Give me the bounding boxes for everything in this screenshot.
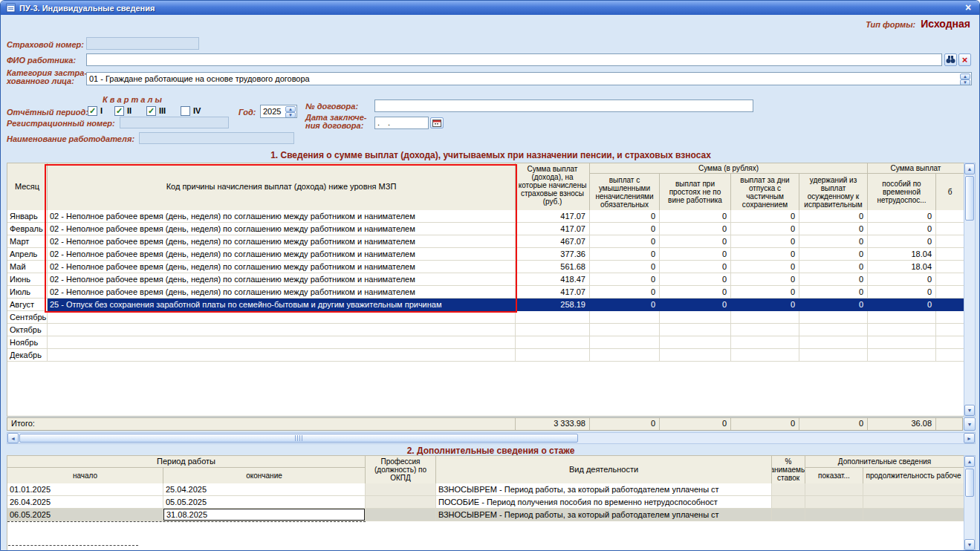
value-cell[interactable]: 0 [590,273,660,286]
value-cell[interactable]: 0 [590,299,660,311]
clear-employee-button[interactable]: × [958,53,971,66]
value-cell[interactable]: 467.07 [516,235,590,248]
end-cell[interactable]: 25.04.2025 [163,483,366,496]
value-cell[interactable] [868,311,936,324]
value-cell[interactable]: 417.07 [516,210,590,223]
value-cell[interactable]: 0 [590,223,660,235]
value-cell[interactable]: 18.04 [868,248,936,261]
table-row[interactable]: Сентябрь [7,311,964,324]
value-cell[interactable]: 0 [731,235,799,248]
title-bar[interactable]: ПУ-3. Индивидуальные сведения × [1,1,979,15]
spin-up-icon[interactable]: ▲ [285,106,296,112]
value-cell[interactable]: 0 [868,223,936,235]
value-cell[interactable]: 377.36 [516,248,590,261]
table-row[interactable]: Февраль 02 - Неполное рабочее время (ден… [7,223,964,235]
value-cell[interactable]: 0 [660,223,731,235]
scrollbar-thumb[interactable] [965,469,974,497]
value-cell[interactable] [799,349,868,362]
month-cell[interactable]: Апрель [7,248,48,261]
scroll-down-icon[interactable]: ▼ [964,417,976,431]
value-cell[interactable] [868,336,936,349]
profession-cell[interactable] [366,483,436,496]
quarter-1-checkbox[interactable]: ✓ I [88,105,103,116]
value-cell[interactable]: 0 [731,299,799,311]
rate-cell[interactable] [772,496,805,509]
value-cell[interactable]: 0 [799,273,868,286]
value-cell[interactable]: 0 [799,235,868,248]
month-cell[interactable]: Май [7,261,48,273]
reason-cell[interactable]: 02 - Неполное рабочее время (день, недел… [48,223,516,235]
value-cell[interactable]: 0 [660,299,731,311]
value-cell[interactable] [731,324,799,336]
table-row[interactable]: Март 02 - Неполное рабочее время (день, … [7,235,964,248]
table-row-selected[interactable]: 06.05.2025 31.08.2025 ВЗНОСЫВРЕМ - Перио… [7,509,964,521]
indicator-cell[interactable] [805,509,863,521]
reason-cell[interactable] [48,349,516,362]
contract-number-field[interactable] [374,100,753,112]
spin-down-icon[interactable]: ▼ [285,112,296,118]
end-cell[interactable]: 05.05.2025 [163,496,366,509]
spin-down-icon[interactable]: ▼ [960,79,970,85]
value-cell[interactable]: 0 [731,223,799,235]
duration-cell[interactable] [863,509,964,521]
value-cell[interactable]: 0 [799,223,868,235]
quarter-3-checkbox[interactable]: ✓ III [146,105,166,116]
value-cell[interactable]: 0 [590,248,660,261]
value-cell[interactable]: 0 [868,299,936,311]
table1-horizontal-scrollbar[interactable]: ◄ ► [7,432,976,444]
value-cell[interactable]: 0 [868,210,936,223]
value-cell[interactable]: 258.19 [516,299,590,311]
value-cell[interactable]: 0 [660,235,731,248]
reason-cell[interactable]: 25 - Отпуск без сохранения заработной пл… [48,299,516,311]
employee-name-field[interactable] [86,53,942,66]
value-cell[interactable] [731,311,799,324]
value-cell[interactable]: 0 [660,286,731,299]
value-cell[interactable]: 0 [799,286,868,299]
value-cell[interactable]: 0 [799,248,868,261]
value-cell[interactable]: 417.07 [516,223,590,235]
table-row-selected[interactable]: Август 25 - Отпуск без сохранения зарабо… [7,299,964,311]
value-cell[interactable]: 417.07 [516,286,590,299]
reason-cell[interactable] [48,324,516,336]
table-row[interactable]: Июль 02 - Неполное рабочее время (день, … [7,286,964,299]
indicator-cell[interactable] [805,496,863,509]
close-icon[interactable]: × [962,1,974,14]
quarter-4-checkbox[interactable]: IV [181,105,201,116]
rate-cell[interactable] [772,483,805,496]
value-cell[interactable] [590,311,660,324]
value-cell[interactable]: 561.68 [516,261,590,273]
value-cell[interactable]: 0 [799,261,868,273]
rate-cell[interactable] [772,509,805,521]
value-cell[interactable]: 0 [660,210,731,223]
value-cell[interactable] [799,324,868,336]
start-cell[interactable]: 26.04.2025 [7,496,163,509]
value-cell[interactable] [731,349,799,362]
scroll-down-icon[interactable]: ▼ [964,405,975,416]
start-cell[interactable]: 01.01.2025 [7,483,163,496]
find-employee-button[interactable] [944,53,957,66]
scroll-up-icon[interactable]: ▲ [964,163,975,175]
value-cell[interactable]: 0 [660,273,731,286]
year-spinner[interactable]: ▲ ▼ [285,106,296,117]
reason-cell[interactable]: 02 - Неполное рабочее время (день, недел… [48,261,516,273]
employer-name-field[interactable] [139,132,294,144]
duration-cell[interactable] [863,483,964,496]
value-cell[interactable]: 0 [731,210,799,223]
month-cell[interactable]: Июнь [7,273,48,286]
value-cell[interactable]: 0 [731,248,799,261]
activity-cell[interactable]: ВЗНОСЫВРЕМ - Период работы, за который р… [436,483,772,496]
category-combobox[interactable]: 01 - Граждане работающие на основе трудо… [86,72,972,85]
value-cell[interactable]: 0 [660,261,731,273]
month-cell[interactable]: Сентябрь [7,311,48,324]
value-cell[interactable]: 0 [731,261,799,273]
value-cell[interactable]: 0 [868,273,936,286]
end-cell[interactable]: 31.08.2025 [163,509,366,521]
value-cell[interactable] [868,324,936,336]
value-cell[interactable] [799,311,868,324]
scroll-left-icon[interactable]: ◄ [7,433,19,443]
month-cell[interactable]: Июль [7,286,48,299]
activity-cell[interactable]: ПОСОБИЕ - Период получения пособия по вр… [436,496,772,509]
value-cell[interactable]: 0 [868,235,936,248]
reason-cell[interactable] [48,336,516,349]
value-cell[interactable] [516,349,590,362]
